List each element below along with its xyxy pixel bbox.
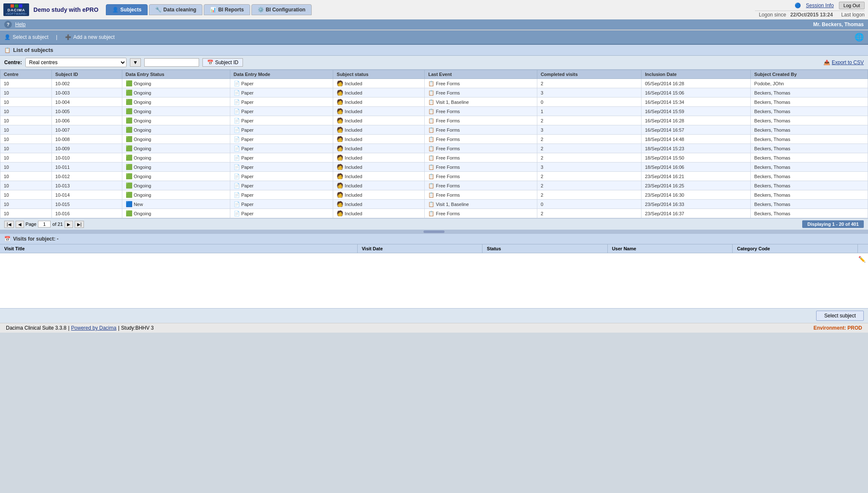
cell-inclusion-date: 18/Sep/2014 14:48 — [642, 135, 751, 144]
cell-completed: 2 — [537, 153, 641, 163]
table-row[interactable]: 10 10-013 🟩 Ongoing 📄 Paper 🧑 Included 📋… — [0, 181, 868, 190]
cell-last-event: 📋 Free Forms — [425, 172, 537, 181]
col-subject-status: Subject status — [333, 70, 425, 79]
cell-subject-status: 🧑 Included — [333, 200, 425, 209]
logout-button[interactable]: Log Out — [839, 2, 865, 9]
centre-select[interactable]: Real centres — [25, 58, 127, 67]
cell-completed: 2 — [537, 144, 641, 153]
cell-last-event: 📋 Free Forms — [425, 190, 537, 200]
table-row[interactable]: 10 10-015 🟦 New 📄 Paper 🧑 Included 📋 Vis… — [0, 200, 868, 209]
cell-inclusion-date: 23/Sep/2014 16:21 — [642, 172, 751, 181]
cell-last-event: 📋 Free Forms — [425, 116, 537, 125]
table-row[interactable]: 10 10-005 🟩 Ongoing 📄 Paper 🧑 Included 📋… — [0, 107, 868, 116]
cell-entry-mode: 📄 Paper — [230, 172, 333, 181]
page-label: Page — [26, 222, 37, 227]
visits-col-title: Visit Title — [0, 244, 358, 253]
cell-centre: 10 — [0, 163, 52, 172]
page-of-label: of 21 — [52, 222, 62, 227]
cell-entry-mode: 📄 Paper — [230, 190, 333, 200]
cell-created-by: Beckers, Thomas — [751, 209, 868, 218]
cell-subject-id: 10-012 — [52, 172, 122, 181]
cell-completed: 2 — [537, 172, 641, 181]
cell-centre: 10 — [0, 107, 52, 116]
cell-entry-status: 🟩 Ongoing — [122, 190, 230, 200]
cell-created-by: Beckers, Thomas — [751, 144, 868, 153]
col-last-event: Last Event — [425, 70, 537, 79]
footer-powered-by[interactable]: Powered by Dacima — [71, 325, 116, 331]
cell-completed: 3 — [537, 88, 641, 98]
tab-bi-reports[interactable]: 📊 BI Reports — [204, 4, 250, 15]
data-cleaning-icon: 🔧 — [155, 7, 162, 13]
cell-inclusion-date: 16/Sep/2014 15:59 — [642, 107, 751, 116]
cell-entry-mode: 📄 Paper — [230, 209, 333, 218]
footer-version: Dacima Clinical Suite 3.3.8 — [6, 325, 66, 331]
visits-header: 📅 Visits for subject: - — [0, 234, 868, 244]
cell-completed: 3 — [537, 125, 641, 135]
visits-section: 📅 Visits for subject: - Visit Title Visi… — [0, 234, 868, 323]
footer: Dacima Clinical Suite 3.3.8 | Powered by… — [0, 323, 868, 333]
subject-id-button[interactable]: 📅 Subject ID — [202, 58, 243, 67]
cell-inclusion-date: 18/Sep/2014 15:23 — [642, 144, 751, 153]
scroll-handle[interactable] — [423, 230, 445, 233]
subject-id-input[interactable] — [144, 58, 199, 67]
footer-environment: Environment: PROD — [814, 325, 862, 331]
table-row[interactable]: 10 10-012 🟩 Ongoing 📄 Paper 🧑 Included 📋… — [0, 172, 868, 181]
cell-inclusion-date: 16/Sep/2014 16:28 — [642, 116, 751, 125]
table-row[interactable]: 10 10-016 🟩 Ongoing 📄 Paper 🧑 Included 📋… — [0, 209, 868, 218]
prev-page-btn[interactable]: ◀ — [16, 221, 24, 228]
last-page-btn[interactable]: ▶| — [75, 221, 84, 228]
cell-created-by: Beckers, Thomas — [751, 107, 868, 116]
table-row[interactable]: 10 10-004 🟩 Ongoing 📄 Paper 🧑 Included 📋… — [0, 98, 868, 107]
page-input[interactable] — [38, 221, 51, 228]
cell-entry-status: 🟦 New — [122, 200, 230, 209]
cell-last-event: 📋 Visit 1, Baseline — [425, 98, 537, 107]
cell-created-by: Beckers, Thomas — [751, 153, 868, 163]
select-subject-button[interactable]: Select subject — [816, 311, 864, 321]
filter-bar: Centre: Real centres ▼ 📅 Subject ID 📤 Ex… — [0, 56, 868, 70]
study-title: Demo study with ePRO — [33, 6, 98, 13]
cell-subject-status: 🧑 Included — [333, 209, 425, 218]
scroll-divider — [0, 230, 868, 234]
cell-created-by: Beckers, Thomas — [751, 135, 868, 144]
help-label[interactable]: Help — [15, 22, 26, 27]
cell-inclusion-date: 23/Sep/2014 16:33 — [642, 200, 751, 209]
cell-entry-status: 🟩 Ongoing — [122, 153, 230, 163]
add-new-subject-btn[interactable]: ➕ Add a new subject — [65, 34, 115, 40]
cell-subject-status: 🧑 Included — [333, 125, 425, 135]
select-subject-toolbar[interactable]: 👤 Select a subject — [4, 34, 49, 40]
subjects-icon: 👤 — [112, 7, 119, 13]
dropdown-btn[interactable]: ▼ — [130, 58, 141, 67]
table-row[interactable]: 10 10-011 🟩 Ongoing 📄 Paper 🧑 Included 📋… — [0, 163, 868, 172]
cell-subject-id: 10-004 — [52, 98, 122, 107]
table-row[interactable]: 10 10-014 🟩 Ongoing 📄 Paper 🧑 Included 📋… — [0, 190, 868, 200]
tab-bi-configuration[interactable]: ⚙️ BI Configuration — [251, 4, 312, 15]
table-row[interactable]: 10 10-008 🟩 Ongoing 📄 Paper 🧑 Included 📋… — [0, 135, 868, 144]
first-page-btn[interactable]: |◀ — [4, 221, 14, 228]
tab-subjects[interactable]: 👤 Subjects — [106, 4, 148, 15]
session-info-link[interactable]: Session Info — [806, 3, 834, 8]
col-completed-visits: Completed visits — [537, 70, 641, 79]
cell-last-event: 📋 Free Forms — [425, 125, 537, 135]
table-row[interactable]: 10 10-010 🟩 Ongoing 📄 Paper 🧑 Included 📋… — [0, 153, 868, 163]
cell-completed: 2 — [537, 181, 641, 190]
cell-inclusion-date: 05/Sep/2014 16:28 — [642, 79, 751, 88]
cell-inclusion-date: 16/Sep/2014 15:06 — [642, 88, 751, 98]
cell-last-event: 📋 Visit 1, Baseline — [425, 200, 537, 209]
table-row[interactable]: 10 10-006 🟩 Ongoing 📄 Paper 🧑 Included 📋… — [0, 116, 868, 125]
table-row[interactable]: 10 10-009 🟩 Ongoing 📄 Paper 🧑 Included 📋… — [0, 144, 868, 153]
cell-subject-status: 🧑 Included — [333, 181, 425, 190]
cell-centre: 10 — [0, 88, 52, 98]
list-icon: 📋 — [4, 47, 11, 53]
cell-completed: 3 — [537, 163, 641, 172]
cell-subject-id: 10-010 — [52, 153, 122, 163]
table-row[interactable]: 10 10-007 🟩 Ongoing 📄 Paper 🧑 Included 📋… — [0, 125, 868, 135]
bottom-action-bar: Select subject — [0, 308, 868, 323]
table-row[interactable]: 10 10-002 🟩 Ongoing 📄 Paper 🧑 Included 📋… — [0, 79, 868, 88]
table-row[interactable]: 10 10-003 🟩 Ongoing 📄 Paper 🧑 Included 📋… — [0, 88, 868, 98]
subjects-section: 📋 List of subjects Centre: Real centres … — [0, 45, 868, 230]
next-page-btn[interactable]: ▶ — [65, 221, 73, 228]
export-csv-btn[interactable]: 📤 Export to CSV — [824, 60, 864, 65]
tab-data-cleaning[interactable]: 🔧 Data cleaning — [149, 4, 202, 15]
logo: DACIMA •SOFTWARE• — [3, 3, 29, 16]
cell-last-event: 📋 Free Forms — [425, 144, 537, 153]
